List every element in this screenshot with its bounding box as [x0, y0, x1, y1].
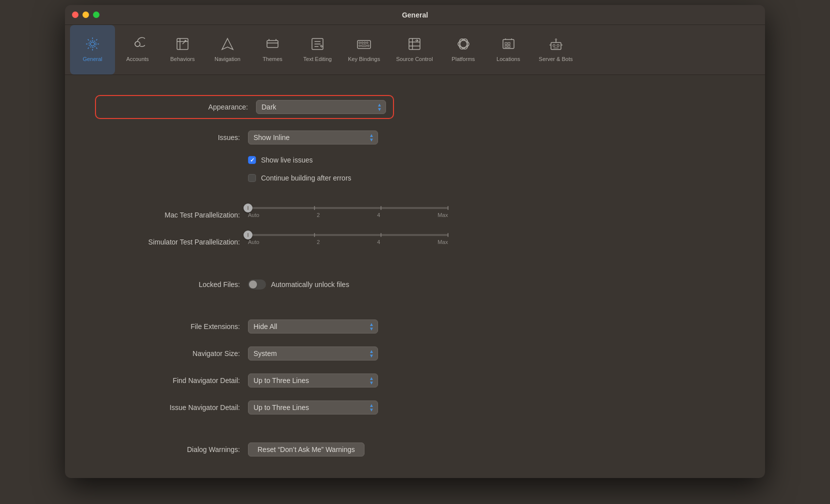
tab-general-label: General: [82, 56, 102, 62]
tab-text-editing[interactable]: Text Editing: [295, 25, 340, 74]
appearance-select[interactable]: Dark Light Default: [256, 100, 386, 114]
minimize-button[interactable]: [82, 12, 89, 18]
svg-rect-25: [503, 40, 514, 48]
svg-rect-12: [362, 42, 363, 44]
svg-rect-32: [557, 44, 559, 46]
mac-parallelization-track: [248, 207, 448, 209]
navigator-size-row: Navigator Size: Small System Large ▲ ▼: [95, 345, 735, 362]
close-button[interactable]: [72, 12, 78, 18]
appearance-label: Appearance:: [103, 103, 248, 111]
sim-para-label-4: 4: [377, 239, 380, 245]
issue-navigator-detail-select[interactable]: One Line Up to Two Lines Up to Three Lin…: [248, 400, 378, 414]
tab-source-control[interactable]: Source Control: [388, 25, 440, 74]
tab-source-control-label: Source Control: [396, 56, 432, 62]
tab-locations-label: Locations: [496, 56, 520, 62]
svg-rect-10: [358, 40, 370, 48]
continue-building-row: Continue building after errors: [248, 174, 735, 182]
locked-files-toggle[interactable]: [248, 280, 266, 290]
continue-building-checkbox[interactable]: [248, 174, 256, 182]
svg-rect-14: [366, 42, 368, 44]
toolbar: General Accounts Behaviors: [65, 25, 765, 75]
locked-files-control: Automatically unlock files: [248, 280, 349, 290]
tab-behaviors[interactable]: Behaviors: [160, 25, 205, 74]
tab-accounts-label: Accounts: [126, 56, 148, 62]
sim-para-label-auto: Auto: [248, 239, 260, 245]
reset-warnings-button[interactable]: Reset “Don’t Ask Me” Warnings: [248, 442, 364, 456]
tab-server-bots[interactable]: Server & Bots: [531, 25, 581, 74]
keyboard-icon: [356, 36, 372, 54]
tab-locations[interactable]: Locations: [486, 25, 531, 74]
tab-key-bindings-label: Key Bindings: [348, 56, 380, 62]
source-control-icon: [407, 36, 422, 54]
locked-files-toggle-knob: [249, 280, 257, 288]
simulator-parallelization-label: Simulator Test Parallelization:: [95, 234, 240, 246]
titlebar: General: [65, 5, 765, 25]
mac-parallelization-control: Auto 2 4 Max: [248, 207, 448, 218]
svg-rect-17: [368, 45, 369, 46]
svg-rect-18: [409, 38, 420, 50]
tab-behaviors-label: Behaviors: [170, 56, 195, 62]
locked-files-label: Locked Files:: [95, 280, 240, 288]
svg-rect-13: [364, 42, 366, 44]
tab-accounts[interactable]: Accounts: [115, 25, 160, 74]
tab-navigation[interactable]: Navigation: [205, 25, 250, 74]
svg-rect-31: [553, 44, 555, 46]
svg-rect-29: [508, 46, 510, 48]
show-live-issues-label: Show live issues: [261, 156, 313, 164]
maximize-button[interactable]: [93, 12, 100, 18]
issue-navigator-detail-label: Issue Navigator Detail:: [95, 404, 240, 412]
sim-para-label-max: Max: [438, 239, 448, 245]
tab-general[interactable]: General: [70, 25, 115, 74]
issues-select[interactable]: Show Inline Show Minimized Hide: [248, 130, 378, 144]
mac-parallelization-labels: Auto 2 4 Max: [248, 212, 448, 218]
window-controls: [72, 12, 100, 18]
navigator-size-select[interactable]: Small System Large: [248, 346, 378, 360]
issue-navigator-detail-row: Issue Navigator Detail: One Line Up to T…: [95, 399, 735, 416]
tab-platforms[interactable]: Platforms: [441, 25, 486, 74]
text-editing-icon: [310, 36, 325, 54]
svg-point-0: [90, 42, 94, 46]
tab-text-editing-label: Text Editing: [304, 56, 332, 62]
svg-rect-7: [267, 40, 278, 48]
navigation-icon: [220, 36, 235, 54]
at-icon: [130, 36, 145, 54]
gear-icon: [85, 36, 100, 54]
svg-rect-27: [508, 42, 510, 44]
sim-para-label-2: 2: [316, 239, 320, 245]
find-navigator-detail-select[interactable]: One Line Up to Two Lines Up to Three Lin…: [248, 374, 378, 388]
show-live-issues-row: Show live issues: [248, 156, 735, 164]
issues-row: Issues: Show Inline Show Minimized Hide …: [95, 129, 735, 146]
navigator-size-select-wrapper: Small System Large ▲ ▼: [248, 346, 378, 360]
locked-files-row: Locked Files: Automatically unlock files: [95, 276, 735, 293]
mac-para-label-max: Max: [438, 212, 448, 218]
simulator-parallelization-row: Simulator Test Parallelization: Auto 2 4: [95, 234, 735, 251]
issue-navigator-detail-select-wrapper: One Line Up to Two Lines Up to Three Lin…: [248, 400, 378, 414]
simulator-parallelization-slider-wrapper: [248, 234, 448, 236]
tab-server-bots-label: Server & Bots: [539, 56, 573, 62]
tab-themes[interactable]: Themes: [250, 25, 295, 74]
file-extensions-select[interactable]: Hide All Show All Show Known Types: [248, 320, 378, 334]
simulator-parallelization-labels: Auto 2 4 Max: [248, 239, 448, 245]
tab-themes-label: Themes: [262, 56, 282, 62]
appearance-row-wrapper: Appearance: Dark Light Default ▲ ▼: [95, 95, 735, 119]
issues-control: Show Inline Show Minimized Hide ▲ ▼: [248, 130, 498, 144]
locked-files-toggle-label: Automatically unlock files: [271, 280, 349, 288]
simulator-parallelization-track: [248, 234, 448, 236]
svg-rect-15: [359, 45, 360, 46]
dialog-warnings-row: Dialog Warnings: Reset “Don’t Ask Me” Wa…: [95, 441, 735, 458]
find-navigator-detail-label: Find Navigator Detail:: [95, 376, 240, 384]
svg-rect-16: [362, 45, 366, 46]
svg-rect-30: [551, 42, 561, 50]
file-extensions-row: File Extensions: Hide All Show All Show …: [95, 318, 735, 335]
dialog-warnings-label: Dialog Warnings:: [95, 446, 240, 454]
show-live-issues-checkbox[interactable]: [248, 156, 256, 164]
robot-icon: [548, 36, 564, 54]
navigator-size-label: Navigator Size:: [95, 350, 240, 358]
mac-parallelization-slider-wrapper: [248, 207, 448, 209]
tab-key-bindings[interactable]: Key Bindings: [340, 25, 388, 74]
svg-marker-6: [222, 38, 233, 50]
tab-navigation-label: Navigation: [214, 56, 240, 62]
mac-para-label-2: 2: [316, 212, 320, 218]
mac-parallelization-row: Mac Test Parallelization: Auto 2 4: [95, 207, 735, 224]
simulator-parallelization-control: Auto 2 4 Max: [248, 234, 448, 245]
